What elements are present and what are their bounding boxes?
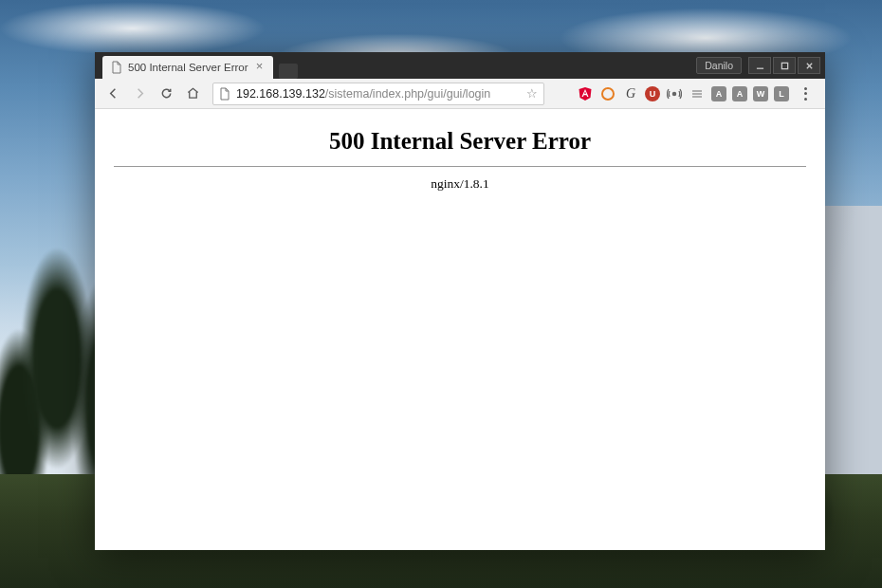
- server-signature: nginx/1.8.1: [114, 176, 806, 192]
- list-extension-icon[interactable]: [689, 85, 706, 102]
- divider: [114, 166, 806, 167]
- page-info-icon[interactable]: [219, 87, 230, 101]
- profile-badge[interactable]: Danilo: [696, 57, 742, 74]
- window-controls: Danilo: [696, 52, 821, 79]
- broadcast-extension-icon[interactable]: [666, 85, 683, 102]
- home-button[interactable]: [180, 82, 205, 106]
- circle-extension-icon[interactable]: [599, 85, 616, 102]
- svg-rect-1: [781, 63, 787, 68]
- browser-tab[interactable]: 500 Internal Server Error ×: [102, 56, 273, 79]
- close-window-button[interactable]: [798, 57, 820, 74]
- forward-button[interactable]: [127, 82, 152, 106]
- close-tab-icon[interactable]: ×: [254, 62, 266, 73]
- reload-button[interactable]: [154, 82, 178, 106]
- url-text: 192.168.139.132/sistema/index.php/gui/gu…: [236, 87, 521, 101]
- url-host: 192.168.139.132: [236, 87, 325, 101]
- file-icon: [110, 62, 122, 74]
- browser-menu-button[interactable]: [795, 87, 816, 101]
- tab-title: 500 Internal Server Error: [128, 62, 248, 73]
- square-a2-extension-icon[interactable]: A: [732, 86, 747, 101]
- square-l-extension-icon[interactable]: L: [774, 86, 789, 101]
- address-bar[interactable]: 192.168.139.132/sistema/index.php/gui/gu…: [212, 83, 544, 105]
- g-extension-icon[interactable]: G: [622, 85, 639, 102]
- back-button[interactable]: [101, 82, 125, 106]
- minimize-button[interactable]: [748, 57, 771, 74]
- tab-strip: 500 Internal Server Error ×: [102, 56, 298, 79]
- url-path: /sistema/index.php/gui/gui/login: [325, 87, 490, 101]
- svg-point-4: [672, 92, 675, 95]
- window-titlebar[interactable]: 500 Internal Server Error × Danilo: [95, 52, 825, 79]
- error-heading: 500 Internal Server Error: [114, 128, 806, 155]
- square-a-extension-icon[interactable]: A: [711, 86, 726, 101]
- browser-toolbar: 192.168.139.132/sistema/index.php/gui/gu…: [95, 79, 825, 109]
- angular-extension-icon[interactable]: [577, 85, 594, 102]
- extension-icons: G U A A W L: [577, 85, 819, 102]
- new-tab-button[interactable]: [279, 64, 298, 79]
- page-content: 500 Internal Server Error nginx/1.8.1: [95, 109, 825, 550]
- bookmark-star-icon[interactable]: ☆: [526, 86, 538, 101]
- maximize-button[interactable]: [773, 57, 796, 74]
- browser-window: 500 Internal Server Error × Danilo: [95, 52, 825, 550]
- square-w-extension-icon[interactable]: W: [753, 86, 768, 101]
- ublock-extension-icon[interactable]: U: [645, 86, 660, 101]
